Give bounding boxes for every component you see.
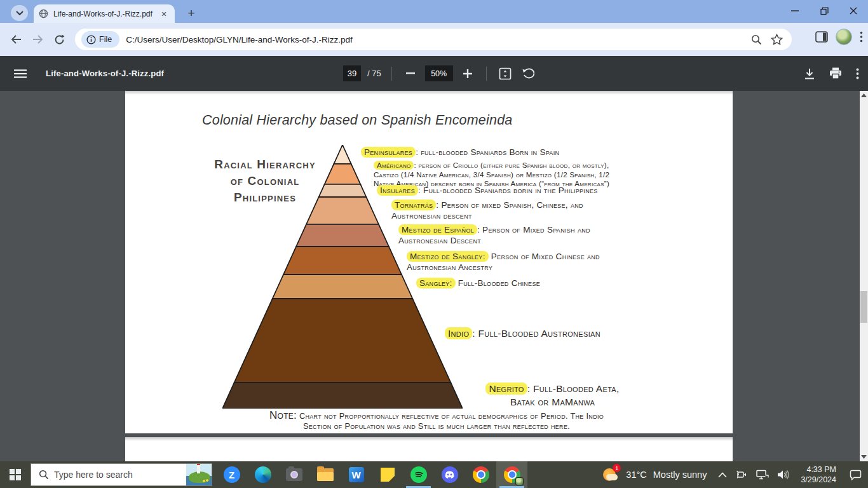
action-center-icon	[850, 470, 862, 480]
zoom-level[interactable]: 50%	[425, 65, 453, 81]
pyramid-band-peninsulares	[334, 145, 351, 164]
discord-icon	[442, 466, 458, 483]
taskbar-app-discord[interactable]	[434, 461, 465, 488]
taskbar-app-chrome-active[interactable]	[496, 461, 527, 488]
reload-icon	[54, 34, 65, 45]
doc-heading: Colonial Hierarchy based on Spanish Enco…	[202, 112, 512, 128]
weather-icon: 1	[602, 466, 620, 483]
taskbar-app-sticky-notes[interactable]	[372, 461, 403, 488]
info-icon	[86, 35, 96, 44]
globe-favicon-icon	[39, 9, 48, 18]
label-sangley: Sangley: Full-Blooded Chinese	[416, 278, 540, 288]
weather-desc: Mostly sunny	[653, 470, 707, 480]
forward-arrow-icon	[32, 35, 43, 44]
page-total: / 75	[367, 69, 381, 78]
label-insulares: Insulares: Full-blooded Spaniards borin …	[377, 185, 598, 196]
scroll-down-arrow[interactable]	[860, 452, 868, 461]
file-chip-label: File	[99, 35, 112, 44]
forward-button[interactable]	[27, 29, 48, 50]
window-controls	[780, 0, 868, 23]
browser-menu-icon[interactable]	[860, 31, 863, 43]
taskbar-weather[interactable]: 1 31°C Mostly sunny	[595, 461, 714, 488]
sticky-notes-icon	[381, 468, 395, 482]
download-icon[interactable]	[804, 68, 815, 79]
label-tornatras: Tornatrás: Person of mixed Spanish, Chin…	[391, 200, 583, 221]
back-arrow-icon	[11, 35, 22, 44]
close-button[interactable]	[839, 0, 868, 22]
tab-search-button[interactable]	[11, 5, 28, 21]
volume-icon[interactable]	[777, 470, 790, 480]
page-number-input[interactable]	[343, 65, 361, 81]
taskbar-clock[interactable]: 4:33 PM 3/29/2024	[794, 464, 843, 485]
weather-temp: 31°C	[626, 470, 646, 480]
pdf-toolbar: Life-and-Works-of-J.-Rizz.pdf / 75 50%	[0, 56, 868, 91]
taskbar: Z W	[0, 461, 868, 488]
label-americano: Américano: person of Criollo (either pur…	[374, 161, 609, 189]
label-mestizo-sangley: Mestizo de Sangley: Person of Mixed Chin…	[407, 251, 600, 273]
zoom-out-button[interactable]	[402, 65, 419, 82]
divider	[486, 67, 487, 81]
file-scheme-chip[interactable]: File	[81, 31, 119, 48]
tray-chevron-up-icon[interactable]	[718, 472, 727, 478]
label-mestizo-espanol: Mestizo de Español: Person of Mixed Span…	[398, 224, 590, 246]
url-bar[interactable]: File C:/Users/User/Desktop/GLYN/Life-and…	[75, 29, 792, 50]
label-indio: Indio: Full-Blooded Austronesian	[445, 328, 600, 339]
start-button[interactable]	[0, 461, 31, 488]
tab-title: Life-and-Works-of-J.-Rizz.pdf	[53, 10, 153, 18]
side-panel-icon[interactable]	[815, 31, 828, 43]
scroll-up-arrow[interactable]	[860, 91, 868, 100]
minimize-button[interactable]	[780, 0, 810, 22]
minimize-icon	[791, 7, 799, 15]
file-explorer-icon	[317, 468, 334, 481]
word-icon: W	[349, 467, 364, 482]
print-icon[interactable]	[829, 67, 842, 79]
browser-tab[interactable]: Life-and-Works-of-J.-Rizz.pdf ×	[34, 4, 175, 23]
network-icon[interactable]	[756, 470, 769, 480]
pyramid-band-mestizo-de-sangley	[283, 247, 402, 274]
action-center-button[interactable]	[843, 461, 868, 488]
chevron-down-icon	[16, 11, 24, 16]
bing-daily-image[interactable]	[186, 464, 212, 485]
reload-button[interactable]	[48, 29, 70, 50]
bookmark-star-icon[interactable]	[771, 34, 783, 45]
taskbar-app-zoom[interactable]: Z	[216, 461, 247, 488]
chrome-profile-overlay	[515, 477, 524, 485]
chart-note: Note: Chart not Propportionally reflecti…	[214, 410, 659, 431]
windows-logo-icon	[10, 469, 21, 480]
browser-toolbar: File C:/Users/User/Desktop/GLYN/Life-and…	[0, 23, 868, 56]
label-negrito: Negrito: Full-Blooded Aeta, Batak or MaM…	[468, 382, 637, 409]
taskbar-search[interactable]	[31, 463, 212, 486]
back-button[interactable]	[5, 29, 27, 50]
pdf-page-39: Colonial Hierarchy based on Spanish Enco…	[125, 91, 733, 433]
camera-icon	[286, 468, 302, 481]
zoom-in-button[interactable]	[459, 65, 476, 82]
clock-time: 4:33 PM	[801, 464, 836, 475]
taskbar-app-spotify[interactable]	[403, 461, 434, 488]
meet-now-icon[interactable]	[735, 470, 748, 480]
taskbar-app-camera[interactable]	[278, 461, 309, 488]
restore-button[interactable]	[810, 0, 839, 22]
tab-close-icon[interactable]: ×	[158, 8, 170, 20]
taskbar-app-word[interactable]: W	[341, 461, 372, 488]
pyramid-band-mestizo-de-espa-ol	[296, 224, 389, 247]
scrollbar-thumb[interactable]	[860, 291, 867, 323]
profile-avatar[interactable]	[836, 29, 852, 45]
spotify-icon	[410, 466, 427, 483]
tab-strip: Life-and-Works-of-J.-Rizz.pdf × +	[0, 0, 868, 23]
vertical-scrollbar[interactable]	[860, 91, 868, 461]
taskbar-app-chrome[interactable]	[465, 461, 496, 488]
pyramid-band-insulares	[319, 184, 367, 197]
rotate-button[interactable]	[520, 65, 536, 82]
fit-page-button[interactable]	[497, 65, 513, 82]
taskbar-app-file-explorer[interactable]	[309, 461, 341, 488]
taskbar-app-edge[interactable]	[247, 461, 278, 488]
pdf-menu-icon[interactable]	[14, 69, 27, 78]
close-icon	[850, 7, 857, 15]
rotate-icon	[522, 67, 534, 80]
zoom-indicator-icon[interactable]	[751, 34, 762, 45]
url-text[interactable]: C:/Users/User/Desktop/GLYN/Life-and-Work…	[126, 35, 751, 44]
new-tab-button[interactable]: +	[183, 5, 200, 22]
search-input[interactable]	[54, 470, 186, 480]
edge-icon	[255, 466, 271, 483]
pdf-more-icon[interactable]	[856, 68, 859, 79]
